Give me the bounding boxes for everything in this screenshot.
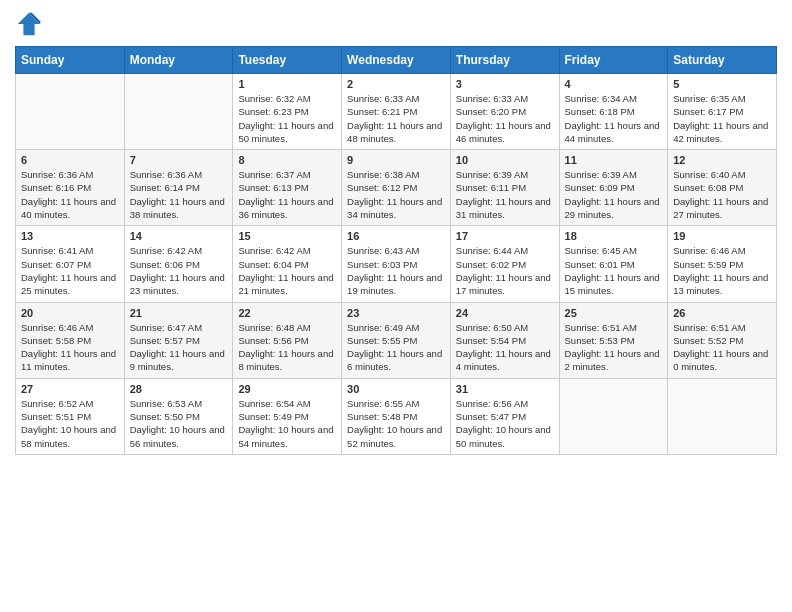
day-info: Sunrise: 6:55 AMSunset: 5:48 PMDaylight:… xyxy=(347,397,445,450)
calendar-cell xyxy=(668,378,777,454)
day-info: Sunrise: 6:36 AMSunset: 6:16 PMDaylight:… xyxy=(21,168,119,221)
day-number: 9 xyxy=(347,154,445,166)
day-number: 25 xyxy=(565,307,663,319)
day-info: Sunrise: 6:47 AMSunset: 5:57 PMDaylight:… xyxy=(130,321,228,374)
day-number: 28 xyxy=(130,383,228,395)
calendar-cell: 31Sunrise: 6:56 AMSunset: 5:47 PMDayligh… xyxy=(450,378,559,454)
day-number: 18 xyxy=(565,230,663,242)
day-info: Sunrise: 6:44 AMSunset: 6:02 PMDaylight:… xyxy=(456,244,554,297)
calendar-cell: 8Sunrise: 6:37 AMSunset: 6:13 PMDaylight… xyxy=(233,150,342,226)
calendar-cell: 28Sunrise: 6:53 AMSunset: 5:50 PMDayligh… xyxy=(124,378,233,454)
calendar-week-4: 20Sunrise: 6:46 AMSunset: 5:58 PMDayligh… xyxy=(16,302,777,378)
day-number: 27 xyxy=(21,383,119,395)
day-number: 22 xyxy=(238,307,336,319)
calendar-cell: 5Sunrise: 6:35 AMSunset: 6:17 PMDaylight… xyxy=(668,74,777,150)
calendar-cell xyxy=(16,74,125,150)
calendar-cell: 14Sunrise: 6:42 AMSunset: 6:06 PMDayligh… xyxy=(124,226,233,302)
logo xyxy=(15,10,47,38)
calendar-header-tuesday: Tuesday xyxy=(233,47,342,74)
logo-icon xyxy=(15,10,43,38)
calendar-cell xyxy=(559,378,668,454)
day-number: 8 xyxy=(238,154,336,166)
day-number: 19 xyxy=(673,230,771,242)
day-info: Sunrise: 6:54 AMSunset: 5:49 PMDaylight:… xyxy=(238,397,336,450)
day-number: 31 xyxy=(456,383,554,395)
day-info: Sunrise: 6:38 AMSunset: 6:12 PMDaylight:… xyxy=(347,168,445,221)
calendar-cell: 19Sunrise: 6:46 AMSunset: 5:59 PMDayligh… xyxy=(668,226,777,302)
calendar-week-2: 6Sunrise: 6:36 AMSunset: 6:16 PMDaylight… xyxy=(16,150,777,226)
calendar-cell: 6Sunrise: 6:36 AMSunset: 6:16 PMDaylight… xyxy=(16,150,125,226)
calendar-cell: 15Sunrise: 6:42 AMSunset: 6:04 PMDayligh… xyxy=(233,226,342,302)
svg-marker-0 xyxy=(18,13,40,35)
calendar-week-3: 13Sunrise: 6:41 AMSunset: 6:07 PMDayligh… xyxy=(16,226,777,302)
day-info: Sunrise: 6:32 AMSunset: 6:23 PMDaylight:… xyxy=(238,92,336,145)
day-number: 29 xyxy=(238,383,336,395)
day-info: Sunrise: 6:37 AMSunset: 6:13 PMDaylight:… xyxy=(238,168,336,221)
day-info: Sunrise: 6:42 AMSunset: 6:06 PMDaylight:… xyxy=(130,244,228,297)
calendar-cell: 12Sunrise: 6:40 AMSunset: 6:08 PMDayligh… xyxy=(668,150,777,226)
day-info: Sunrise: 6:41 AMSunset: 6:07 PMDaylight:… xyxy=(21,244,119,297)
calendar-cell: 13Sunrise: 6:41 AMSunset: 6:07 PMDayligh… xyxy=(16,226,125,302)
day-number: 16 xyxy=(347,230,445,242)
calendar-week-1: 1Sunrise: 6:32 AMSunset: 6:23 PMDaylight… xyxy=(16,74,777,150)
day-number: 26 xyxy=(673,307,771,319)
calendar-cell: 25Sunrise: 6:51 AMSunset: 5:53 PMDayligh… xyxy=(559,302,668,378)
day-info: Sunrise: 6:39 AMSunset: 6:09 PMDaylight:… xyxy=(565,168,663,221)
day-info: Sunrise: 6:33 AMSunset: 6:21 PMDaylight:… xyxy=(347,92,445,145)
calendar-header-thursday: Thursday xyxy=(450,47,559,74)
day-number: 5 xyxy=(673,78,771,90)
day-info: Sunrise: 6:51 AMSunset: 5:53 PMDaylight:… xyxy=(565,321,663,374)
calendar-cell: 7Sunrise: 6:36 AMSunset: 6:14 PMDaylight… xyxy=(124,150,233,226)
calendar-week-5: 27Sunrise: 6:52 AMSunset: 5:51 PMDayligh… xyxy=(16,378,777,454)
day-number: 20 xyxy=(21,307,119,319)
day-info: Sunrise: 6:48 AMSunset: 5:56 PMDaylight:… xyxy=(238,321,336,374)
calendar-header-row: SundayMondayTuesdayWednesdayThursdayFrid… xyxy=(16,47,777,74)
calendar-cell: 11Sunrise: 6:39 AMSunset: 6:09 PMDayligh… xyxy=(559,150,668,226)
calendar-cell: 3Sunrise: 6:33 AMSunset: 6:20 PMDaylight… xyxy=(450,74,559,150)
day-number: 6 xyxy=(21,154,119,166)
calendar-header-sunday: Sunday xyxy=(16,47,125,74)
calendar-header-saturday: Saturday xyxy=(668,47,777,74)
header xyxy=(15,10,777,38)
day-number: 24 xyxy=(456,307,554,319)
calendar-cell: 29Sunrise: 6:54 AMSunset: 5:49 PMDayligh… xyxy=(233,378,342,454)
calendar-cell: 2Sunrise: 6:33 AMSunset: 6:21 PMDaylight… xyxy=(342,74,451,150)
calendar-cell: 24Sunrise: 6:50 AMSunset: 5:54 PMDayligh… xyxy=(450,302,559,378)
calendar-cell: 4Sunrise: 6:34 AMSunset: 6:18 PMDaylight… xyxy=(559,74,668,150)
day-info: Sunrise: 6:53 AMSunset: 5:50 PMDaylight:… xyxy=(130,397,228,450)
day-info: Sunrise: 6:46 AMSunset: 5:58 PMDaylight:… xyxy=(21,321,119,374)
calendar-cell: 20Sunrise: 6:46 AMSunset: 5:58 PMDayligh… xyxy=(16,302,125,378)
day-number: 10 xyxy=(456,154,554,166)
calendar-cell: 21Sunrise: 6:47 AMSunset: 5:57 PMDayligh… xyxy=(124,302,233,378)
day-number: 3 xyxy=(456,78,554,90)
day-info: Sunrise: 6:34 AMSunset: 6:18 PMDaylight:… xyxy=(565,92,663,145)
calendar: SundayMondayTuesdayWednesdayThursdayFrid… xyxy=(15,46,777,455)
calendar-cell: 18Sunrise: 6:45 AMSunset: 6:01 PMDayligh… xyxy=(559,226,668,302)
day-info: Sunrise: 6:52 AMSunset: 5:51 PMDaylight:… xyxy=(21,397,119,450)
day-number: 2 xyxy=(347,78,445,90)
day-info: Sunrise: 6:39 AMSunset: 6:11 PMDaylight:… xyxy=(456,168,554,221)
calendar-header-friday: Friday xyxy=(559,47,668,74)
calendar-cell: 9Sunrise: 6:38 AMSunset: 6:12 PMDaylight… xyxy=(342,150,451,226)
page-container: SundayMondayTuesdayWednesdayThursdayFrid… xyxy=(0,0,792,465)
calendar-header-wednesday: Wednesday xyxy=(342,47,451,74)
day-info: Sunrise: 6:49 AMSunset: 5:55 PMDaylight:… xyxy=(347,321,445,374)
calendar-cell: 10Sunrise: 6:39 AMSunset: 6:11 PMDayligh… xyxy=(450,150,559,226)
day-number: 14 xyxy=(130,230,228,242)
calendar-cell: 27Sunrise: 6:52 AMSunset: 5:51 PMDayligh… xyxy=(16,378,125,454)
day-number: 21 xyxy=(130,307,228,319)
calendar-cell: 23Sunrise: 6:49 AMSunset: 5:55 PMDayligh… xyxy=(342,302,451,378)
day-number: 23 xyxy=(347,307,445,319)
day-number: 11 xyxy=(565,154,663,166)
day-info: Sunrise: 6:50 AMSunset: 5:54 PMDaylight:… xyxy=(456,321,554,374)
calendar-cell: 1Sunrise: 6:32 AMSunset: 6:23 PMDaylight… xyxy=(233,74,342,150)
day-info: Sunrise: 6:51 AMSunset: 5:52 PMDaylight:… xyxy=(673,321,771,374)
calendar-cell xyxy=(124,74,233,150)
day-info: Sunrise: 6:42 AMSunset: 6:04 PMDaylight:… xyxy=(238,244,336,297)
day-info: Sunrise: 6:46 AMSunset: 5:59 PMDaylight:… xyxy=(673,244,771,297)
calendar-cell: 30Sunrise: 6:55 AMSunset: 5:48 PMDayligh… xyxy=(342,378,451,454)
day-number: 13 xyxy=(21,230,119,242)
day-info: Sunrise: 6:56 AMSunset: 5:47 PMDaylight:… xyxy=(456,397,554,450)
day-number: 1 xyxy=(238,78,336,90)
day-info: Sunrise: 6:36 AMSunset: 6:14 PMDaylight:… xyxy=(130,168,228,221)
